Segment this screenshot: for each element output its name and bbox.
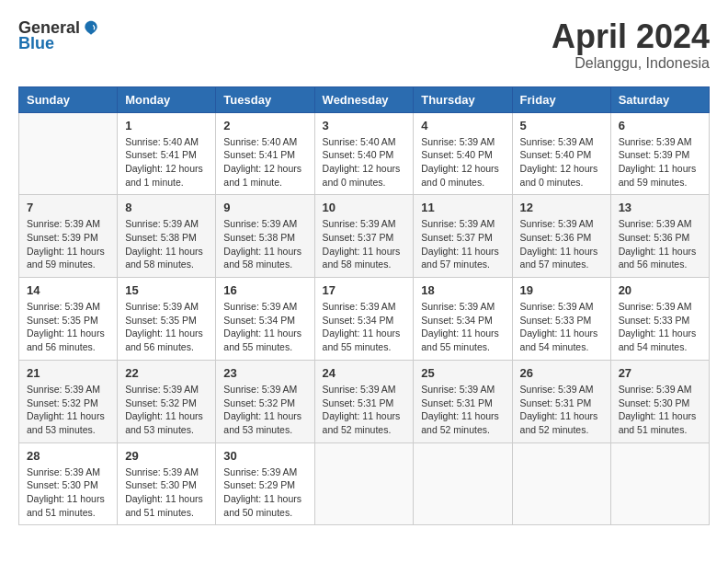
week-row-4: 21Sunrise: 5:39 AM Sunset: 5:32 PM Dayli…	[19, 360, 710, 442]
day-info: Sunrise: 5:39 AM Sunset: 5:31 PM Dayligh…	[421, 383, 504, 437]
calendar-cell	[19, 112, 118, 195]
calendar-cell: 2Sunrise: 5:40 AM Sunset: 5:41 PM Daylig…	[216, 112, 314, 195]
day-info: Sunrise: 5:39 AM Sunset: 5:34 PM Dayligh…	[223, 300, 306, 354]
day-number: 12	[520, 201, 603, 214]
day-info: Sunrise: 5:39 AM Sunset: 5:30 PM Dayligh…	[27, 465, 109, 520]
day-info: Sunrise: 5:39 AM Sunset: 5:29 PM Dayligh…	[223, 465, 306, 520]
logo: General Blue	[18, 18, 100, 53]
day-number: 30	[223, 449, 306, 463]
day-number: 21	[27, 366, 109, 380]
day-info: Sunrise: 5:39 AM Sunset: 5:38 PM Dayligh…	[125, 217, 208, 271]
day-number: 7	[27, 201, 109, 214]
day-number: 19	[520, 283, 603, 297]
weekday-header-tuesday: Tuesday	[216, 86, 314, 112]
weekday-header-sunday: Sunday	[19, 86, 118, 112]
day-number: 29	[125, 449, 208, 463]
day-info: Sunrise: 5:39 AM Sunset: 5:31 PM Dayligh…	[323, 383, 406, 437]
day-number: 4	[421, 119, 504, 132]
day-number: 5	[520, 119, 603, 132]
weekday-header-row: SundayMondayTuesdayWednesdayThursdayFrid…	[19, 86, 710, 112]
logo-blue-text: Blue	[18, 34, 54, 53]
day-number: 11	[421, 201, 504, 214]
calendar-cell: 24Sunrise: 5:39 AM Sunset: 5:31 PM Dayli…	[314, 360, 414, 442]
calendar-cell	[610, 442, 709, 525]
calendar-cell: 3Sunrise: 5:40 AM Sunset: 5:40 PM Daylig…	[314, 112, 414, 195]
calendar-cell	[414, 442, 512, 525]
day-info: Sunrise: 5:39 AM Sunset: 5:37 PM Dayligh…	[323, 217, 406, 271]
week-row-1: 1Sunrise: 5:40 AM Sunset: 5:41 PM Daylig…	[19, 112, 710, 195]
location-title: Delanggu, Indonesia	[552, 55, 710, 72]
day-number: 15	[125, 283, 208, 297]
day-info: Sunrise: 5:39 AM Sunset: 5:33 PM Dayligh…	[520, 300, 603, 354]
day-number: 22	[125, 366, 208, 380]
calendar-cell: 16Sunrise: 5:39 AM Sunset: 5:34 PM Dayli…	[216, 278, 314, 361]
day-info: Sunrise: 5:39 AM Sunset: 5:35 PM Dayligh…	[125, 300, 208, 354]
day-number: 26	[520, 366, 603, 380]
day-info: Sunrise: 5:39 AM Sunset: 5:30 PM Dayligh…	[125, 465, 208, 520]
page-header: General Blue April 2024 Delanggu, Indone…	[18, 18, 710, 72]
calendar-cell: 9Sunrise: 5:39 AM Sunset: 5:38 PM Daylig…	[216, 195, 314, 278]
day-info: Sunrise: 5:39 AM Sunset: 5:33 PM Dayligh…	[619, 300, 701, 354]
day-number: 20	[619, 283, 701, 297]
day-info: Sunrise: 5:39 AM Sunset: 5:39 PM Dayligh…	[27, 217, 109, 271]
calendar-cell: 7Sunrise: 5:39 AM Sunset: 5:39 PM Daylig…	[19, 195, 118, 278]
calendar-cell: 23Sunrise: 5:39 AM Sunset: 5:32 PM Dayli…	[216, 360, 314, 442]
calendar-cell: 8Sunrise: 5:39 AM Sunset: 5:38 PM Daylig…	[118, 195, 216, 278]
calendar-cell: 27Sunrise: 5:39 AM Sunset: 5:30 PM Dayli…	[610, 360, 709, 442]
calendar-cell: 22Sunrise: 5:39 AM Sunset: 5:32 PM Dayli…	[118, 360, 216, 442]
weekday-header-saturday: Saturday	[610, 86, 709, 112]
day-number: 18	[421, 283, 504, 297]
day-number: 9	[223, 201, 306, 214]
day-info: Sunrise: 5:40 AM Sunset: 5:41 PM Dayligh…	[125, 135, 208, 190]
calendar-cell: 11Sunrise: 5:39 AM Sunset: 5:37 PM Dayli…	[414, 195, 512, 278]
day-info: Sunrise: 5:39 AM Sunset: 5:36 PM Dayligh…	[520, 217, 603, 271]
calendar-cell	[512, 442, 610, 525]
day-number: 25	[421, 366, 504, 380]
day-info: Sunrise: 5:40 AM Sunset: 5:40 PM Dayligh…	[323, 135, 406, 190]
calendar-cell: 14Sunrise: 5:39 AM Sunset: 5:35 PM Dayli…	[19, 278, 118, 361]
calendar-cell: 25Sunrise: 5:39 AM Sunset: 5:31 PM Dayli…	[414, 360, 512, 442]
day-number: 17	[323, 283, 406, 297]
calendar-cell: 18Sunrise: 5:39 AM Sunset: 5:34 PM Dayli…	[414, 278, 512, 361]
calendar-cell: 15Sunrise: 5:39 AM Sunset: 5:35 PM Dayli…	[118, 278, 216, 361]
day-number: 13	[619, 201, 701, 214]
calendar-table: SundayMondayTuesdayWednesdayThursdayFrid…	[18, 86, 710, 526]
day-number: 2	[223, 119, 306, 132]
day-info: Sunrise: 5:39 AM Sunset: 5:38 PM Dayligh…	[223, 217, 306, 271]
month-year-title: April 2024	[552, 18, 710, 55]
day-info: Sunrise: 5:39 AM Sunset: 5:32 PM Dayligh…	[27, 383, 109, 437]
calendar-cell: 5Sunrise: 5:39 AM Sunset: 5:40 PM Daylig…	[512, 112, 610, 195]
week-row-3: 14Sunrise: 5:39 AM Sunset: 5:35 PM Dayli…	[19, 278, 710, 361]
day-info: Sunrise: 5:39 AM Sunset: 5:32 PM Dayligh…	[125, 383, 208, 437]
calendar-cell: 4Sunrise: 5:39 AM Sunset: 5:40 PM Daylig…	[414, 112, 512, 195]
calendar-cell: 28Sunrise: 5:39 AM Sunset: 5:30 PM Dayli…	[19, 442, 118, 525]
day-number: 14	[27, 283, 109, 297]
calendar-cell: 19Sunrise: 5:39 AM Sunset: 5:33 PM Dayli…	[512, 278, 610, 361]
week-row-2: 7Sunrise: 5:39 AM Sunset: 5:39 PM Daylig…	[19, 195, 710, 278]
calendar-cell: 29Sunrise: 5:39 AM Sunset: 5:30 PM Dayli…	[118, 442, 216, 525]
weekday-header-monday: Monday	[118, 86, 216, 112]
calendar-cell: 30Sunrise: 5:39 AM Sunset: 5:29 PM Dayli…	[216, 442, 314, 525]
calendar-cell: 26Sunrise: 5:39 AM Sunset: 5:31 PM Dayli…	[512, 360, 610, 442]
day-number: 6	[619, 119, 701, 132]
day-info: Sunrise: 5:39 AM Sunset: 5:37 PM Dayligh…	[421, 217, 504, 271]
calendar-cell: 6Sunrise: 5:39 AM Sunset: 5:39 PM Daylig…	[610, 112, 709, 195]
day-number: 28	[27, 449, 109, 463]
calendar-cell: 10Sunrise: 5:39 AM Sunset: 5:37 PM Dayli…	[314, 195, 414, 278]
day-info: Sunrise: 5:39 AM Sunset: 5:34 PM Dayligh…	[323, 300, 406, 354]
weekday-header-thursday: Thursday	[414, 86, 512, 112]
day-number: 3	[323, 119, 406, 132]
day-info: Sunrise: 5:39 AM Sunset: 5:30 PM Dayligh…	[619, 383, 701, 437]
logo-icon	[82, 19, 100, 38]
day-info: Sunrise: 5:39 AM Sunset: 5:40 PM Dayligh…	[421, 135, 504, 190]
calendar-cell: 13Sunrise: 5:39 AM Sunset: 5:36 PM Dayli…	[610, 195, 709, 278]
day-info: Sunrise: 5:39 AM Sunset: 5:32 PM Dayligh…	[223, 383, 306, 437]
day-number: 8	[125, 201, 208, 214]
day-number: 27	[619, 366, 701, 380]
calendar-cell: 21Sunrise: 5:39 AM Sunset: 5:32 PM Dayli…	[19, 360, 118, 442]
day-number: 24	[323, 366, 406, 380]
day-number: 16	[223, 283, 306, 297]
title-section: April 2024 Delanggu, Indonesia	[552, 18, 710, 72]
day-number: 23	[223, 366, 306, 380]
weekday-header-friday: Friday	[512, 86, 610, 112]
